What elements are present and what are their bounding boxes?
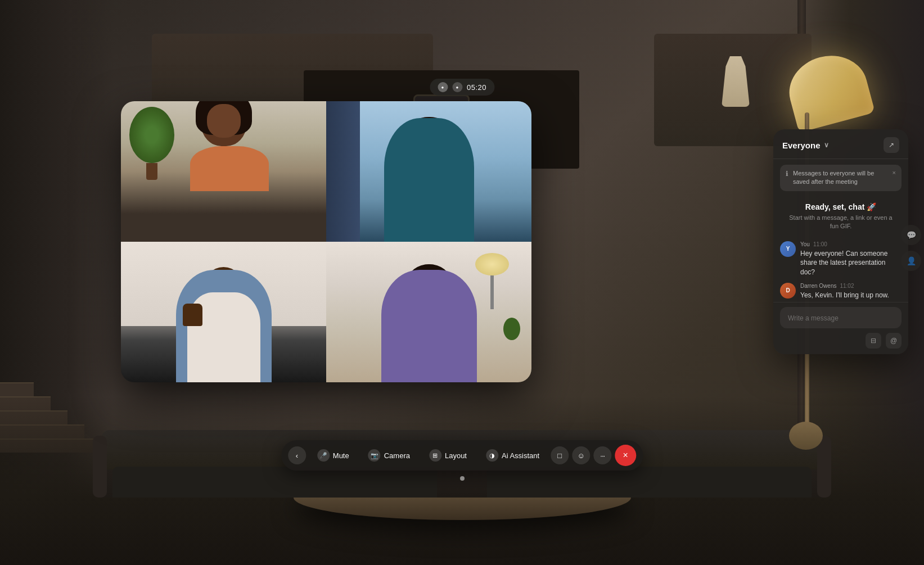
captions-button[interactable]: ⊟ (866, 333, 881, 349)
mention-icon: @ (890, 337, 897, 345)
end-call-button[interactable]: × (615, 445, 636, 466)
more-button[interactable]: ··· (593, 446, 611, 464)
participant-1-face (207, 104, 241, 138)
message-2-header: Darren Owens 11:02 (800, 283, 902, 289)
mute-icon-wrapper: 🎤 (317, 449, 330, 462)
message-1-content: You 11:00 Hey everyone! Can someone shar… (800, 241, 902, 277)
export-icon: ↗ (889, 141, 894, 149)
message-2-content: Darren Owens 11:02 Yes, Kevin. I'll brin… (800, 283, 902, 300)
back-icon: ‹ (296, 451, 298, 460)
participant-1-figure (190, 101, 258, 200)
chat-audience-label: Everyone (782, 141, 821, 150)
mute-icon: 🎤 (319, 452, 327, 459)
avatar-initials: D (786, 287, 790, 293)
mute-button[interactable]: 🎤 Mute (309, 445, 357, 466)
side-panel-icons: 💬 👤 (901, 225, 921, 271)
p4-lamp-pole (490, 275, 494, 309)
ai-icon-wrapper: ◑ (486, 449, 498, 462)
layout-button[interactable]: ⊞ Layout (421, 445, 475, 466)
end-call-icon: × (623, 450, 628, 460)
video-cell-participant-3 (121, 242, 326, 382)
message-1-header: You 11:00 (800, 241, 902, 247)
message-2-sender: Darren Owens (800, 283, 836, 289)
video-cell-participant-2 (326, 101, 531, 242)
chat-info-banner: ℹ Messages to everyone will be saved aft… (780, 165, 902, 191)
banner-close-button[interactable]: × (893, 169, 896, 176)
message-1-avatar: Y (780, 241, 796, 257)
chat-input-area: Write a message ⊟ @ (773, 302, 908, 354)
participant-4-body (381, 270, 477, 382)
chat-message-input[interactable]: Write a message (780, 307, 902, 328)
chevron-down-icon: ∨ (824, 141, 829, 149)
chat-ready-section: Ready, set, chat 🚀 Start with a message,… (773, 197, 908, 237)
sofa-arm-left (93, 436, 107, 498)
chat-sidebar-icon: 💬 (907, 230, 916, 239)
ai-icon: ◑ (489, 452, 495, 459)
video-grid (121, 101, 531, 382)
message-1-time: 11:00 (813, 241, 827, 247)
chat-message-1: Y You 11:00 Hey everyone! Can someone sh… (780, 241, 902, 277)
camera-icon: 📷 (371, 452, 378, 459)
people-sidebar-button[interactable]: 👤 (901, 251, 921, 271)
chat-ready-subtitle: Start with a message, a link or even a f… (785, 214, 897, 231)
sofa-cushion-left (112, 467, 437, 498)
chat-ready-title: Ready, set, chat 🚀 (785, 202, 897, 211)
participant-1-body (190, 146, 269, 191)
chat-header: Everyone ∨ ↗ (773, 129, 908, 159)
layout-label: Layout (445, 451, 467, 460)
message-2-time: 11:02 (840, 283, 854, 289)
message-2-avatar: D (780, 283, 796, 299)
stair-step-5 (0, 382, 34, 396)
mute-label: Mute (333, 451, 349, 460)
video-call-window (121, 101, 531, 382)
timer-icon-2: ● (452, 82, 462, 92)
chat-messages-list: Y You 11:00 Hey everyone! Can someone sh… (773, 237, 908, 302)
message-1-text: Hey everyone! Can someone share the late… (800, 249, 902, 277)
screen-share-icon: □ (557, 451, 562, 460)
layout-icon: ⊞ (432, 452, 438, 459)
p4-plant (503, 318, 520, 340)
timer-icon-1: ● (438, 82, 448, 92)
sofa-cushion-right (487, 467, 812, 498)
mention-button[interactable]: @ (886, 333, 902, 349)
video-cell-participant-1 (121, 101, 326, 242)
lamp-base (789, 422, 823, 450)
emoji-icon: ☺ (578, 451, 585, 460)
participant-1-head (201, 101, 246, 146)
banner-message: Messages to everyone will be saved after… (793, 169, 888, 187)
back-button[interactable]: ‹ (288, 446, 306, 464)
emoji-button[interactable]: ☺ (572, 446, 590, 464)
participant-3-hand (183, 304, 202, 326)
message-1-sender: You (800, 241, 810, 247)
controls-bar: ‹ 🎤 Mute 📷 Camera ⊞ Layout ◑ Ai Assistan… (281, 440, 643, 471)
plant-leaves (129, 107, 174, 163)
p4-lamp-shade (475, 253, 509, 275)
chat-export-button[interactable]: ↗ (884, 137, 899, 153)
ai-assistant-button[interactable]: ◑ Ai Assistant (478, 445, 547, 466)
captions-icon: ⊟ (871, 337, 876, 345)
plant-decoration (127, 107, 177, 180)
chat-panel: Everyone ∨ ↗ ℹ Messages to everyone will… (773, 129, 908, 354)
controls-indicator-dot (460, 476, 465, 481)
timer-display: 05:20 (467, 83, 486, 92)
camera-icon-wrapper: 📷 (368, 449, 381, 462)
participant-2-body (384, 118, 474, 242)
ai-label: Ai Assistant (502, 451, 539, 460)
plant-trunk (146, 163, 157, 180)
camera-label: Camera (384, 451, 410, 460)
chat-audience-selector[interactable]: Everyone ∨ (782, 141, 829, 150)
video-cell-participant-4 (326, 242, 531, 382)
p4-room-lamp (475, 253, 509, 309)
layout-icon-wrapper: ⊞ (429, 449, 441, 462)
people-sidebar-icon: 👤 (907, 256, 916, 265)
screen-share-button[interactable]: □ (551, 446, 569, 464)
chat-input-actions: ⊟ @ (780, 333, 902, 349)
chat-sidebar-button[interactable]: 💬 (901, 225, 921, 245)
chat-message-2: D Darren Owens 11:02 Yes, Kevin. I'll br… (780, 283, 902, 300)
camera-button[interactable]: 📷 Camera (360, 445, 418, 466)
more-icon: ··· (600, 451, 605, 460)
avatar-initials: Y (786, 246, 790, 252)
p2-curtain (326, 101, 360, 242)
chat-input-placeholder: Write a message (788, 314, 839, 322)
timer-bar: ● ● 05:20 (430, 79, 494, 96)
